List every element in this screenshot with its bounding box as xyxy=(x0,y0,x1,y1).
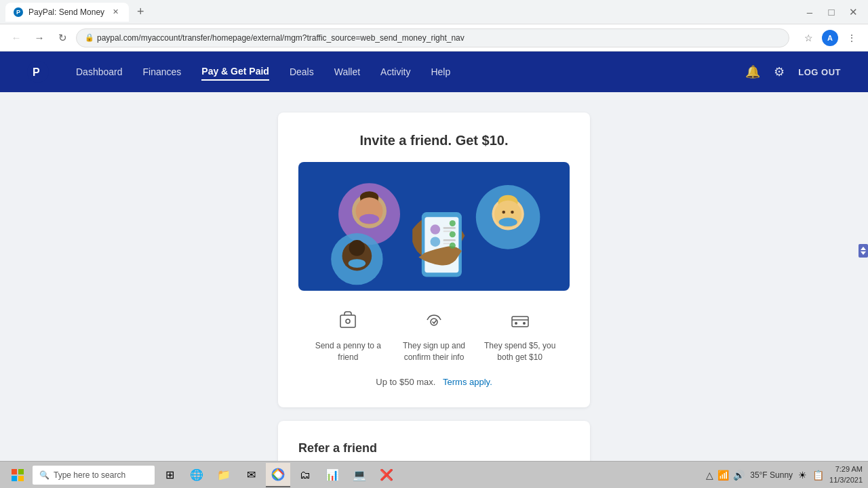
weather-info: 35°F Sunny xyxy=(750,470,793,480)
nav-finances[interactable]: Finances xyxy=(143,64,182,80)
browser-titlebar: P PayPal: Send Money ✕ + – □ ✕ xyxy=(0,0,868,24)
paypal-navbar: P Dashboard Finances Pay & Get Paid Deal… xyxy=(0,52,868,92)
extensions-button[interactable]: ⋮ xyxy=(842,28,861,47)
svg-point-33 xyxy=(431,319,437,325)
refer-title: Refer a friend xyxy=(298,441,570,455)
nav-deals[interactable]: Deals xyxy=(290,64,314,80)
paypal-logo[interactable]: P xyxy=(27,61,49,83)
network-icon[interactable]: 📶 xyxy=(717,470,729,481)
notifications-button[interactable]: 🔔 xyxy=(745,64,760,79)
explorer2-icon[interactable]: 🗂 xyxy=(293,463,317,487)
svg-point-18 xyxy=(431,237,441,247)
weather-icon: ☀ xyxy=(798,470,807,481)
svg-rect-16 xyxy=(443,227,456,229)
svg-rect-41 xyxy=(18,476,24,481)
explorer-icon[interactable]: 📁 xyxy=(212,463,236,487)
settings-button[interactable]: ⚙ xyxy=(774,64,785,79)
back-button[interactable]: ← xyxy=(7,28,26,47)
refresh-button[interactable]: ↻ xyxy=(53,28,72,47)
svg-point-43 xyxy=(275,472,281,477)
svg-point-28 xyxy=(450,220,456,226)
chrome-icon[interactable] xyxy=(266,463,290,487)
taskbar: 🔍 Type here to search ⊞ 🌐 📁 ✉ 🗂 📊 💻 ❌ △ … xyxy=(0,461,868,488)
step-3-icon xyxy=(510,310,530,335)
address-bar[interactable]: 🔒 paypal.com/myaccount/transfer/homepage… xyxy=(76,28,789,47)
svg-point-11 xyxy=(349,240,366,256)
nav-help[interactable]: Help xyxy=(431,64,450,80)
restore-button[interactable]: □ xyxy=(822,3,841,22)
new-tab-button[interactable]: + xyxy=(132,5,150,19)
svg-rect-19 xyxy=(443,239,456,241)
logout-button[interactable]: LOG OUT xyxy=(798,67,841,77)
svg-text:P: P xyxy=(33,66,40,78)
app-icon-3[interactable]: ❌ xyxy=(374,463,399,487)
step-2: They sign up and confirm their info xyxy=(391,310,477,363)
terms-row: Up to $50 max. Terms apply. xyxy=(298,377,570,387)
svg-rect-40 xyxy=(12,476,17,481)
svg-point-12 xyxy=(349,259,366,268)
svg-point-15 xyxy=(431,224,441,235)
limit-text: Up to $50 max. xyxy=(376,377,435,387)
invite-card: Invite a friend. Get $10. xyxy=(278,113,590,407)
terms-link[interactable]: Terms apply. xyxy=(443,377,492,387)
browser-nav-bar: ← → ↻ 🔒 paypal.com/myaccount/transfer/ho… xyxy=(0,24,868,52)
minimize-button[interactable]: – xyxy=(800,3,819,22)
clock-time: 7:29 AM xyxy=(829,464,863,474)
url-text: paypal.com/myaccount/transfer/homepage/e… xyxy=(97,33,465,43)
svg-point-8 xyxy=(359,214,379,224)
taskbar-icons: ⊞ 🌐 📁 ✉ 🗂 📊 💻 ❌ xyxy=(157,463,399,487)
invite-illustration xyxy=(298,162,570,291)
svg-rect-34 xyxy=(512,317,528,327)
step-1-icon xyxy=(338,310,358,335)
task-view-button[interactable]: ⊞ xyxy=(157,463,182,487)
edge-browser-icon[interactable]: 🌐 xyxy=(184,463,209,487)
profile-avatar[interactable]: A xyxy=(822,30,838,46)
nav-activity[interactable]: Activity xyxy=(380,64,410,80)
nav-wallet[interactable]: Wallet xyxy=(334,64,360,80)
clock[interactable]: 7:29 AM 11/3/2021 xyxy=(829,464,863,485)
svg-rect-31 xyxy=(340,315,355,327)
scroll-indicator[interactable] xyxy=(859,244,868,258)
tab-close-button[interactable]: ✕ xyxy=(110,7,121,18)
step-3-text: They spend $5, you both get $10 xyxy=(482,340,557,363)
system-tray: △ 📶 🔊 xyxy=(706,470,745,481)
step-1: Send a penny to a friend xyxy=(305,310,391,363)
invite-title: Invite a friend. Get $10. xyxy=(298,133,570,148)
app-icon-1[interactable]: 📊 xyxy=(320,463,344,487)
svg-rect-17 xyxy=(443,230,452,232)
tray-up-icon[interactable]: △ xyxy=(706,470,713,481)
start-button[interactable] xyxy=(5,463,30,487)
svg-point-37 xyxy=(523,322,526,325)
svg-point-29 xyxy=(450,231,456,237)
svg-point-32 xyxy=(346,319,350,323)
clock-date: 11/3/2021 xyxy=(829,475,863,485)
notification-tray-icon[interactable]: 📋 xyxy=(812,470,824,481)
step-2-icon xyxy=(424,310,444,335)
step-3: They spend $5, you both get $10 xyxy=(477,310,563,363)
search-placeholder: Type here to search xyxy=(54,470,125,480)
steps-row: Send a penny to a friend They sign up an… xyxy=(298,310,570,363)
svg-point-27 xyxy=(511,211,514,214)
taskbar-right: △ 📶 🔊 35°F Sunny ☀ 📋 7:29 AM 11/3/2021 xyxy=(706,464,863,485)
svg-point-26 xyxy=(502,211,505,214)
volume-icon[interactable]: 🔊 xyxy=(733,470,745,481)
search-icon: 🔍 xyxy=(39,470,50,480)
close-browser-button[interactable]: ✕ xyxy=(844,3,863,22)
svg-rect-39 xyxy=(18,469,24,474)
step-1-text: Send a penny to a friend xyxy=(311,340,386,363)
taskbar-search[interactable]: 🔍 Type here to search xyxy=(33,466,155,485)
step-2-text: They sign up and confirm their info xyxy=(397,340,472,363)
browser-actions: ☆ A ⋮ xyxy=(799,28,861,47)
invite-banner xyxy=(298,162,570,291)
app-icon-2[interactable]: 💻 xyxy=(347,463,372,487)
bookmark-button[interactable]: ☆ xyxy=(799,28,818,47)
nav-dashboard[interactable]: Dashboard xyxy=(76,64,123,80)
svg-point-36 xyxy=(515,322,517,325)
svg-point-25 xyxy=(498,218,517,226)
forward-button[interactable]: → xyxy=(30,28,49,47)
svg-point-30 xyxy=(450,243,456,249)
browser-tab[interactable]: P PayPal: Send Money ✕ xyxy=(5,3,129,22)
tab-title: PayPal: Send Money xyxy=(28,7,104,17)
nav-pay-get-paid[interactable]: Pay & Get Paid xyxy=(201,63,269,81)
mail-icon[interactable]: ✉ xyxy=(239,463,263,487)
